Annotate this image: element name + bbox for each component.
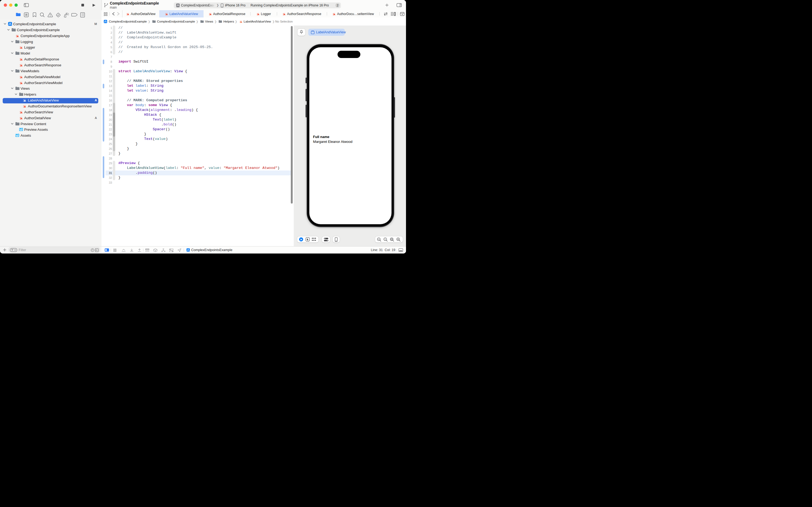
- svg-text:1: 1: [385, 238, 386, 240]
